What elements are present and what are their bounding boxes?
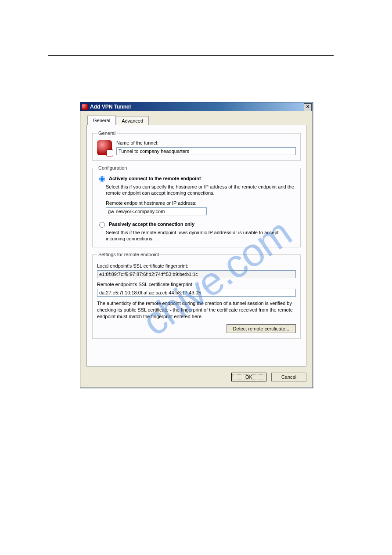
radio-active-connect-label: Actively connect to the remote endpoint <box>109 176 201 181</box>
local-fingerprint-label: Local endpoint's SSL certificate fingerp… <box>97 263 296 268</box>
tab-general[interactable]: General <box>87 116 116 125</box>
radio-passive-accept-label: Passively accept the connection only <box>109 221 194 227</box>
group-configuration: Configuration Actively connect to the re… <box>92 165 301 247</box>
page-divider <box>48 55 334 56</box>
ok-button[interactable]: OK <box>231 373 266 381</box>
remote-fingerprint-label: Remote endpoint's SSL certificate finger… <box>97 282 296 287</box>
detect-certificate-button[interactable]: Detect remote certificate... <box>227 324 296 333</box>
tab-advanced[interactable]: Advanced <box>116 116 149 125</box>
dialog-title: Add VPN Tunnel <box>90 104 131 110</box>
passive-help-text: Select this if the remote endpoint uses … <box>106 229 296 242</box>
group-general-legend: General <box>97 131 117 136</box>
dialog-content: GeneralAdvanced General Name of the tunn… <box>80 111 313 388</box>
group-general: General Name of the tunnel: <box>92 131 301 161</box>
add-vpn-tunnel-dialog: Add VPN Tunnel ✕ GeneralAdvanced General… <box>80 102 313 388</box>
close-button[interactable]: ✕ <box>304 103 312 111</box>
active-help-text: Select this if you can specify the hostn… <box>106 184 296 196</box>
remote-endpoint-label: Remote endpoint hostname or IP address: <box>106 200 296 206</box>
app-icon <box>82 104 88 110</box>
authenticity-note: The authenticity of the remote endpoint … <box>97 300 296 320</box>
titlebar: Add VPN Tunnel ✕ <box>80 102 313 111</box>
remote-endpoint-input[interactable] <box>106 207 207 215</box>
radio-active-connect[interactable] <box>99 176 105 182</box>
local-fingerprint-input[interactable] <box>97 270 296 278</box>
cancel-button[interactable]: Cancel <box>271 373 306 381</box>
tab-strip: GeneralAdvanced <box>86 116 306 125</box>
tunnel-name-input[interactable] <box>116 147 296 155</box>
tunnel-name-label: Name of the tunnel: <box>116 140 296 145</box>
tab-panel-general: General Name of the tunnel: Configuratio… <box>86 125 306 366</box>
dialog-button-row: OK Cancel <box>86 373 306 381</box>
group-configuration-legend: Configuration <box>97 165 128 170</box>
tunnel-icon <box>97 140 112 155</box>
radio-passive-accept[interactable] <box>99 222 105 228</box>
group-remote-settings: Settings for remote endpoint Local endpo… <box>92 252 301 339</box>
group-remote-settings-legend: Settings for remote endpoint <box>97 252 160 257</box>
remote-fingerprint-input[interactable] <box>97 289 296 297</box>
